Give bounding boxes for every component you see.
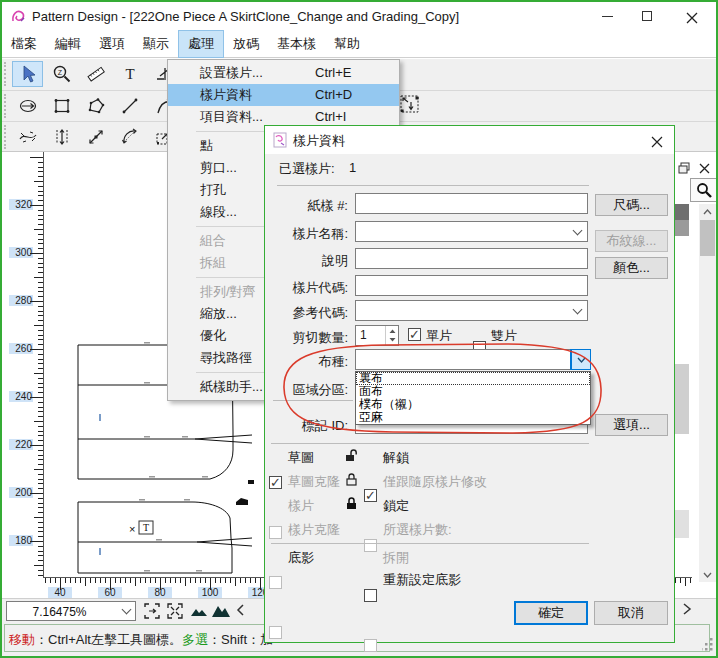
tool-text[interactable]: T (114, 61, 145, 87)
cut-qty-spinner[interactable]: 1 (355, 325, 399, 346)
pattern-no-input[interactable] (355, 193, 588, 214)
menu-item-piece-info[interactable]: 樣片資料Ctrl+D (168, 84, 399, 106)
ok-button[interactable]: 確定 (514, 601, 588, 625)
fabric-combo[interactable] (355, 349, 591, 370)
mdi-restore-button[interactable] (676, 160, 692, 176)
fit-page-button[interactable] (142, 601, 162, 621)
menu-help[interactable]: 幫助 (325, 31, 369, 57)
follow-original-label: 僅跟隨原樣片修改 (383, 473, 487, 491)
fabric-label: 布種: (265, 353, 348, 371)
menu-basic[interactable]: 基本樣 (268, 31, 325, 57)
circle-arrow-icon (18, 96, 38, 116)
shadow-label: 底影 (288, 549, 314, 567)
dialog-close-button[interactable] (651, 134, 663, 152)
menu-options[interactable]: 選項 (90, 31, 134, 57)
scroll-down-button[interactable] (699, 567, 716, 582)
piece-name-combo[interactable] (355, 221, 588, 242)
tool-rotate[interactable] (114, 124, 145, 150)
marker-t: T (143, 522, 149, 533)
text-icon: T (120, 64, 140, 84)
scroll-up-button[interactable] (699, 204, 716, 219)
follow-original-checkbox[interactable] (364, 539, 377, 552)
app-icon (10, 8, 27, 29)
description-input[interactable] (355, 248, 588, 269)
status-seg-multiselect: 多選 (182, 632, 208, 647)
tool-smooth[interactable] (12, 124, 43, 150)
piece-code-input[interactable] (355, 275, 588, 296)
expand-right-button[interactable] (682, 601, 692, 621)
lock-closed-icon (345, 496, 358, 515)
search-icon (696, 182, 712, 198)
fit-frame-icon (142, 601, 162, 621)
fabric-option-lining[interactable]: 裏布 (356, 372, 590, 385)
menu-grading[interactable]: 放碼 (224, 31, 268, 57)
double-ply-label: 雙片 (491, 327, 517, 345)
grip-dots-icon (702, 638, 714, 652)
lock-open-icon (345, 448, 358, 467)
divider (277, 185, 589, 186)
piece-checkbox[interactable] (269, 576, 282, 589)
chevron-down-icon[interactable] (122, 605, 132, 615)
ref-code-combo[interactable] (355, 300, 588, 321)
fabric-option-interlining[interactable]: 樸布（襯） (356, 398, 590, 411)
single-ply-label: 單片 (426, 327, 452, 345)
tool-seam-width[interactable] (46, 124, 77, 150)
fabric-combo-dropdown-button[interactable] (571, 350, 590, 369)
tool-measure[interactable] (80, 61, 111, 87)
minimize-button[interactable] (602, 16, 613, 17)
svg-text:Z: Z (57, 69, 62, 76)
angle-arc-icon (120, 127, 140, 147)
lock-checkbox[interactable] (364, 589, 377, 602)
grainline-button[interactable]: 布紋線... (595, 230, 668, 252)
tool-point-move[interactable] (12, 93, 43, 119)
cancel-button[interactable]: 取消 (594, 601, 668, 625)
overview-small-button[interactable] (189, 601, 209, 621)
color-button[interactable]: 顏色... (595, 257, 668, 279)
divider (271, 543, 589, 544)
toolbar-row-1: Z T (4, 61, 179, 87)
restore-icon (678, 162, 690, 174)
menu-view[interactable]: 顯示 (134, 31, 178, 57)
unlock-checkbox[interactable] (364, 489, 377, 502)
mdi-close-button[interactable] (696, 160, 712, 176)
menu-file[interactable]: 檔案 (2, 31, 46, 57)
single-ply-checkbox[interactable] (408, 328, 421, 341)
tool-line[interactable] (114, 93, 145, 119)
close-button[interactable] (686, 10, 698, 28)
size-button[interactable]: 尺碼... (595, 194, 668, 216)
tool-rectangle[interactable] (46, 93, 77, 119)
maximize-button[interactable] (642, 11, 652, 21)
small-mountain-icon (189, 601, 209, 621)
menu-item-set-piece[interactable]: 設置樣片...Ctrl+E (168, 62, 399, 84)
options-button[interactable]: 選項... (595, 414, 668, 436)
title-bar: Pattern Design - [222One Piece A SkirtCl… (2, 2, 716, 31)
overview-large-button[interactable] (211, 601, 231, 621)
fabric-option-linen[interactable]: 亞麻 (356, 411, 590, 424)
spinner-buttons[interactable] (385, 326, 398, 345)
ref-code-label: 參考代碼: (265, 304, 348, 322)
tool-move-point[interactable] (80, 124, 111, 150)
menu-process[interactable]: 處理 (178, 30, 224, 58)
search-zoom-button[interactable] (690, 178, 717, 202)
menu-edit[interactable]: 編輯 (46, 31, 90, 57)
tool-select[interactable] (12, 61, 43, 87)
vertical-scrollbar[interactable] (699, 204, 716, 582)
selected-count-checkbox[interactable] (364, 639, 377, 652)
sketch-clone-checkbox[interactable] (269, 526, 282, 539)
vertical-ruler: 320 300 280 260 240 220 200 180 (2, 152, 44, 578)
chevron-down-icon (577, 357, 586, 363)
scroll-thumb[interactable] (700, 220, 715, 256)
tool-zoom[interactable]: Z (46, 61, 77, 87)
zoom-level-combo[interactable]: 7.16475% (6, 601, 136, 621)
sketch-label: 草圖 (288, 449, 314, 467)
sketch-checkbox[interactable] (269, 476, 282, 489)
collapse-left-button[interactable] (235, 603, 245, 621)
chevron-left-icon (235, 603, 245, 617)
cursor-icon (18, 64, 38, 84)
resize-grip[interactable] (702, 638, 714, 656)
fabric-dropdown-list: 裏布 面布 樸布（襯） 亞麻 (355, 371, 591, 425)
piece-clone-checkbox[interactable] (269, 626, 282, 639)
tool-polygon[interactable] (80, 93, 111, 119)
cut-qty-label: 剪切數量: (265, 329, 348, 347)
zoom-extents-button[interactable] (165, 601, 185, 621)
